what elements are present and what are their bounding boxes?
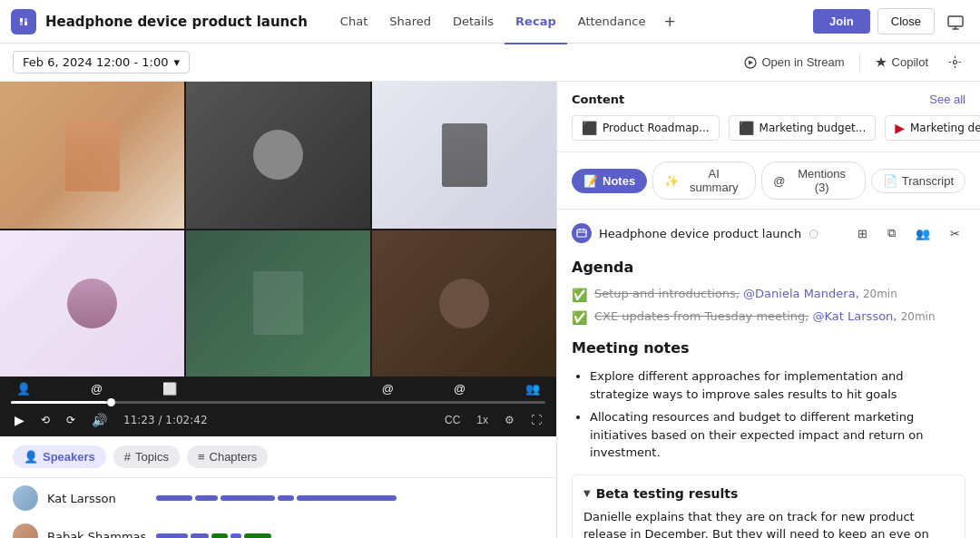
top-right-actions: Join Close <box>813 8 969 34</box>
top-bar: Headphone device product launch Chat Sha… <box>0 0 980 44</box>
bar-segment <box>230 533 241 538</box>
status-dot: ○ <box>808 227 818 240</box>
tab-chat[interactable]: Chat <box>329 1 378 44</box>
tab-shared[interactable]: Shared <box>378 1 442 44</box>
tab-attendance[interactable]: Attendance <box>567 1 657 44</box>
person-icon[interactable]: 👤 <box>13 380 34 397</box>
copilot-label: Copilot <box>892 55 928 69</box>
app-icon <box>11 9 36 34</box>
beta-header[interactable]: ▼ Beta testing results <box>583 486 954 501</box>
beta-section: ▼ Beta testing results Danielle explains… <box>572 474 965 539</box>
mention-kat[interactable]: @Kat Larsson, <box>813 309 897 323</box>
fullscreen-button[interactable]: ⛶ <box>527 412 545 428</box>
check-icon-1: ✅ <box>572 288 587 302</box>
tab-chapters[interactable]: ≡ Chapters <box>187 445 268 468</box>
volume-button[interactable]: 🔊 <box>88 411 111 429</box>
speaker-name: Kat Larsson <box>47 492 147 505</box>
check-icon-2: ✅ <box>572 310 587 325</box>
copy-icon[interactable]: ⧉ <box>882 222 901 244</box>
chapters-label: Chapters <box>210 450 258 464</box>
content-title: Content <box>572 93 624 106</box>
speakers-tabs: 👤 Speakers # Topics ≡ Chapters <box>0 436 556 478</box>
list-item: Kat Larsson <box>13 485 544 511</box>
close-button[interactable]: Close <box>877 8 935 34</box>
right-controls: CC 1x ⚙ ⛶ <box>441 412 545 428</box>
date-right-actions: Open in Stream Copilot <box>744 52 967 73</box>
tab-details[interactable]: Details <box>442 1 505 44</box>
tab-mentions[interactable]: @ Mentions (3) <box>761 161 865 200</box>
at-icon-2[interactable]: @ <box>378 380 397 397</box>
agenda-item-2: ✅ CXE updates from Tuesday meeting, @Kat… <box>572 309 965 325</box>
see-all-button[interactable]: See all <box>929 93 965 106</box>
video-grid <box>0 82 556 377</box>
right-panel: Content See all ⬛ Product Roadmap... ⬛ M… <box>557 82 980 538</box>
bar-segment <box>297 495 397 501</box>
progress-bar[interactable] <box>11 401 545 404</box>
agenda-text-2: CXE updates from Tuesday meeting, @Kat L… <box>594 309 936 323</box>
meeting-tools: ⊞ ⧉ 👥 ✂ <box>852 222 965 244</box>
file-item[interactable]: ⬛ Product Roadmap... <box>572 115 720 141</box>
bar-segment <box>211 533 228 538</box>
avatar <box>13 485 38 511</box>
video-cell-6 <box>372 230 556 377</box>
people-icon[interactable]: 👥 <box>522 380 544 397</box>
date-text: Feb 6, 2024 12:00 - 1:00 <box>23 55 169 69</box>
date-bar: Feb 6, 2024 12:00 - 1:00 ▾ Open in Strea… <box>0 44 980 82</box>
screen-icon[interactable]: ⬜ <box>159 380 181 397</box>
forward-button[interactable]: ⟳ <box>63 412 79 428</box>
collapse-icon: ▼ <box>583 488 591 498</box>
tab-topics[interactable]: # Topics <box>113 445 180 468</box>
tab-speakers[interactable]: 👤 Speakers <box>13 445 106 468</box>
tab-transcript[interactable]: 📄 Transcript <box>871 169 965 193</box>
notes-content: Headphone device product launch ○ ⊞ ⧉ 👥 … <box>557 210 980 538</box>
grid-view-icon[interactable]: ⊞ <box>852 223 873 244</box>
video-cell-1 <box>0 82 184 229</box>
word-icon: ⬛ <box>739 121 754 135</box>
progress-dot <box>107 398 115 406</box>
beta-title: Beta testing results <box>596 486 739 501</box>
date-selector[interactable]: Feb 6, 2024 12:00 - 1:00 ▾ <box>13 51 190 73</box>
open-in-stream-button[interactable]: Open in Stream <box>744 55 844 69</box>
copilot-button[interactable]: Copilot <box>875 55 928 69</box>
mention-daniela[interactable]: @Daniela Mandera, <box>743 287 859 300</box>
settings-icon[interactable] <box>943 52 967 73</box>
file-name: Marketing budget... <box>760 122 867 134</box>
tab-recap[interactable]: Recap <box>505 1 567 44</box>
content-section: Content See all ⬛ Product Roadmap... ⬛ M… <box>557 82 980 152</box>
notes-tab-label: Notes <box>603 174 635 188</box>
video-cell-2 <box>186 82 370 229</box>
svg-rect-1 <box>948 16 963 26</box>
svg-rect-4 <box>577 230 586 237</box>
list-item: Explore different approaches for impleme… <box>590 367 965 403</box>
meeting-name: Headphone device product launch <box>599 227 801 240</box>
tab-ai-summary[interactable]: ✨ AI summary <box>652 161 756 200</box>
svg-rect-0 <box>16 15 31 29</box>
settings-button[interactable]: ⚙ <box>501 412 518 428</box>
file-item[interactable]: ⬛ Marketing budget... <box>729 115 877 141</box>
join-button[interactable]: Join <box>813 9 870 34</box>
divider <box>859 54 860 72</box>
play-button[interactable]: ▶ <box>11 411 28 429</box>
file-name: Product Roadmap... <box>603 122 710 134</box>
open-stream-label: Open in Stream <box>761 55 844 69</box>
screen-share-icon[interactable] <box>942 10 969 34</box>
meeting-notes-section: Meeting notes Explore different approach… <box>572 339 965 462</box>
meeting-icon <box>572 223 592 243</box>
chapters-icon: ≡ <box>198 450 205 464</box>
captions-button[interactable]: CC <box>441 412 464 428</box>
more-options-icon[interactable]: ✂ <box>945 223 965 244</box>
add-tab-button[interactable]: + <box>656 13 682 30</box>
speed-button[interactable]: 1x <box>473 412 492 428</box>
tab-notes[interactable]: 📝 Notes <box>572 169 647 193</box>
at-icon-3[interactable]: @ <box>450 380 469 397</box>
at-icon-1[interactable]: @ <box>87 380 106 397</box>
meeting-notes-title: Meeting notes <box>572 339 965 357</box>
file-item[interactable]: ▶ Marketing demo... <box>885 115 980 141</box>
rewind-button[interactable]: ⟲ <box>37 412 54 428</box>
nav-tabs: Chat Shared Details Recap Attendance + <box>329 0 813 44</box>
share-icon[interactable]: 👥 <box>910 223 936 244</box>
chevron-down-icon: ▾ <box>174 55 181 69</box>
meeting-title: Headphone device product launch <box>45 14 308 30</box>
video-controls-section: 👤 @ ⬜ @ @ 👥 ▶ ⟲ ⟳ 🔊 11:23 / 1:02:42 <box>0 377 556 436</box>
bar-segment <box>156 495 192 501</box>
